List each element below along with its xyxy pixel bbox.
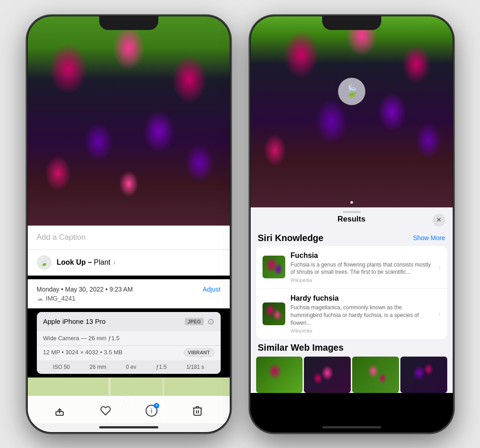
mp-info: 12 MP • 3024 × 4032 • 3.5 MB [43,349,123,356]
knowledge-card: Fuchsia Fuchsia is a genus of flowering … [256,246,447,339]
ev-value: 0 ev [126,364,136,370]
siri-visual-icon[interactable]: 🍃 [338,78,365,105]
fuchsia-content: Fuchsia Fuchsia is a genus of flowering … [291,252,433,283]
notch [99,16,158,30]
home-bar-right [322,426,381,428]
fuchsia-description: Fuchsia is a genus of flowering plants t… [291,261,433,277]
date-text: Monday • May 30, 2022 • 9:23 AM [37,286,133,293]
drag-handle[interactable] [343,211,361,213]
web-image-1[interactable] [256,357,303,393]
web-image-4[interactable] [400,357,447,393]
location-icon: ⊙ [207,317,214,327]
right-screen: 🍃 Results ✕ Siri Knowledge Show More [251,16,453,432]
page-indicator [350,201,353,204]
hardy-fuchsia-source: Wikipedia [291,328,433,333]
favorite-button[interactable] [99,404,112,418]
svg-rect-9 [194,408,201,415]
info-button[interactable]: i ✦ [145,404,158,418]
hardy-fuchsia-content: Hardy fuchsia Fuchsia magellanica, commo… [291,294,433,333]
right-phone: 🍃 Results ✕ Siri Knowledge Show More [249,15,454,433]
shutter-value: 1/181 s [186,364,204,370]
fuchsia-thumbnail [263,256,285,278]
fuchsia-item[interactable]: Fuchsia Fuchsia is a genus of flowering … [256,246,447,289]
chevron-right-icon-2: › [439,310,441,317]
lens-info: Wide Camera — 26 mm ƒ1.5 [37,331,221,346]
web-image-3[interactable] [352,357,399,393]
close-button[interactable]: ✕ [433,214,445,227]
aperture-value: ƒ1.5 [156,364,167,370]
fuchsia-name: Fuchsia [291,252,433,260]
hardy-fuchsia-thumbnail [263,302,285,325]
notch-right [322,16,381,30]
caption-area[interactable]: Add a Caption [28,226,230,250]
vibrant-badge: VIBRANT [184,348,214,357]
iso-value: ISO 50 [53,364,70,370]
share-button[interactable] [53,404,66,418]
siri-section-title: Siri Knowledge [258,233,323,243]
cloud-icon: ☁ [37,295,43,302]
fuchsia-source: Wikipedia [291,277,433,283]
exif-row: ISO 50 26 mm 0 ev ƒ1.5 1/181 s [37,360,221,374]
focal-value: 26 mm [90,364,106,370]
photo-info-section: Monday • May 30, 2022 • 9:23 AM Adjust ☁… [28,279,230,308]
lookup-icon: 🍃 [37,255,51,270]
caption-placeholder[interactable]: Add a Caption [37,233,86,242]
left-phone: Add a Caption 🍃 Look Up – Plant › [26,15,231,433]
results-title: Results [338,215,365,224]
device-name: Apple iPhone 13 Pro [43,317,106,325]
adjust-button[interactable]: Adjust [203,286,221,293]
web-images-title: Similar Web Images [256,342,447,353]
photo-area-right[interactable]: 🍃 [251,16,453,207]
delete-button[interactable] [191,404,204,418]
results-panel: Results ✕ Siri Knowledge Show More [251,207,453,393]
hardy-fuchsia-item[interactable]: Hardy fuchsia Fuchsia magellanica, commo… [256,289,447,339]
chevron-right-icon: › [439,263,441,271]
info-badge: ✦ [154,403,159,408]
home-bar [99,426,158,428]
web-image-2[interactable] [304,357,351,393]
hardy-fuchsia-name: Hardy fuchsia [291,294,433,302]
web-images-section: Similar Web Images [251,342,453,393]
web-images-row [256,357,447,393]
svg-text:i: i [151,407,152,414]
siri-knowledge-header: Siri Knowledge Show More [251,229,453,246]
filename-text: IMG_4241 [46,295,76,302]
left-screen: Add a Caption 🍃 Look Up – Plant › [28,16,230,432]
jpeg-badge: JPEG [185,318,203,325]
lookup-row[interactable]: 🍃 Look Up – Plant › [28,250,230,276]
lookup-text: Look Up – Plant › [57,258,116,267]
results-header: Results ✕ [251,207,453,229]
photo-area-left[interactable] [28,16,230,226]
hardy-fuchsia-description: Fuchsia magellanica, commonly known as t… [291,304,433,327]
device-section: Apple iPhone 13 Pro JPEG ⊙ Wide Camera —… [37,312,221,374]
chevron-right-icon: › [113,259,116,266]
show-more-button[interactable]: Show More [413,234,445,242]
